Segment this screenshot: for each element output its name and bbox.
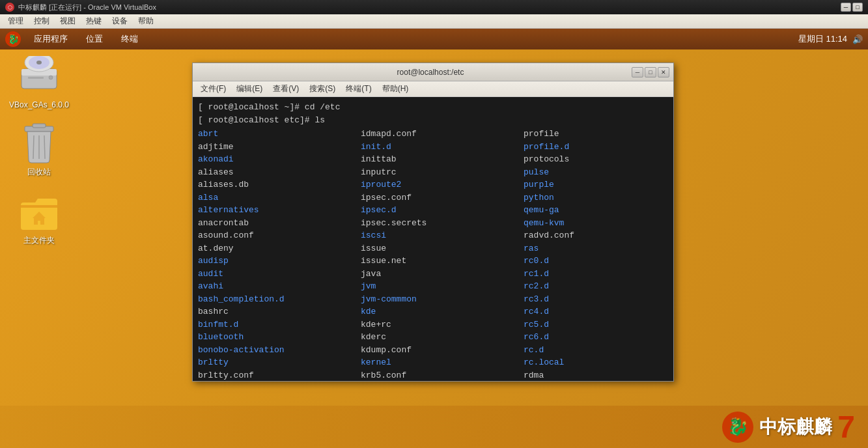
ls-item: qemu-ga (524, 204, 673, 217)
trash-icon-img (18, 122, 60, 164)
dragon-logo-icon: 🐉 (5, 31, 21, 47)
terminal-minimize-button[interactable]: ─ (632, 67, 643, 77)
svg-point-4 (36, 61, 42, 64)
desktop-icon-home[interactable]: 主文件夹 (13, 191, 65, 246)
svg-line-9 (33, 135, 34, 159)
ls-item: binfmt.d (198, 318, 361, 331)
os-window-controls[interactable]: ─ □ (841, 3, 863, 12)
taskbar-time: 星期日 11:14 (798, 33, 847, 45)
terminal-close-button[interactable]: ✕ (658, 67, 669, 77)
os-menubar: 管理 控制 视图 热键 设备 帮助 (0, 14, 868, 29)
ls-item: aliases.db (198, 178, 361, 191)
ls-item: kderc (361, 331, 524, 344)
location-menu-label: 位置 (86, 33, 103, 45)
os-menu-item-devices[interactable]: 设备 (107, 14, 133, 28)
terminal-menu-help[interactable]: 帮助(H) (377, 81, 414, 96)
taskbar-right: 星期日 11:14 🔊 (798, 33, 863, 45)
bottom-bar: 🐉 中标麒麟 7 (0, 406, 868, 448)
terminal-line-1: [ root@localhost ~]# cd /etc (198, 101, 668, 114)
ls-item: aliases (198, 166, 361, 179)
os-title-text: 中标麒麟 [正在运行] - Oracle VM VirtualBox (18, 3, 156, 12)
ls-item: jvm (361, 280, 524, 293)
desktop-icon-trash[interactable]: 回收站 (13, 122, 65, 178)
ls-item: alternatives (198, 204, 361, 217)
ls-item: iproute2 (361, 178, 524, 191)
desktop-icon-vbox[interactable]: VBox_GAs_6.0.0 (13, 56, 65, 109)
ls-item: bash_completion.d (198, 293, 361, 306)
terminal-maximize-button[interactable]: □ (645, 67, 656, 77)
vbox-icon-label: VBox_GAs_6.0.0 (9, 100, 69, 109)
svg-text:🐉: 🐉 (727, 416, 749, 437)
trash-bin-icon (21, 122, 57, 164)
desktop: VBox_GAs_6.0.0 回收站 (0, 49, 868, 448)
ls-item: krb5.conf (361, 369, 524, 382)
terminal-menu-search[interactable]: 搜索(S) (304, 81, 341, 96)
terminal-menu-terminal[interactable]: 终端(T) (341, 81, 376, 96)
terminal-title: root@localhost:/etc (229, 68, 632, 77)
ls-item: ipsec.secrets (361, 217, 524, 230)
terminal-menu-view[interactable]: 查看(V) (268, 81, 304, 96)
ls-item: audit (198, 268, 361, 281)
desktop-taskbar: 🐉 应用程序 位置 终端 星期日 11:14 🔊 (0, 29, 868, 49)
ls-item: python (524, 191, 673, 204)
ls-item: purple (524, 178, 673, 191)
os-maximize-button[interactable]: □ (852, 3, 863, 12)
ls-item: pulse (524, 166, 673, 179)
trash-icon-label: 回收站 (27, 167, 51, 178)
ls-item: abrt (198, 128, 361, 141)
svg-rect-14 (38, 221, 40, 225)
ls-item: init.d (361, 141, 524, 154)
ls-item: idmapd.conf (361, 128, 524, 141)
ls-item: rc4.d (524, 305, 673, 318)
ls-item: inittab (361, 153, 524, 166)
ls-item: profile.d (524, 141, 673, 154)
ls-item: rc3.d (524, 293, 673, 306)
ls-item: issue (361, 242, 524, 255)
ls-item: ras (524, 242, 673, 255)
ls-col-3: profileprofile.dprotocolspulsepurplepyth… (524, 128, 673, 381)
ls-item: issue.net (361, 255, 524, 268)
terminal-menu-button[interactable]: 终端 (116, 32, 143, 46)
ls-item: java (361, 268, 524, 281)
os-title-bar: ⬡ 中标麒麟 [正在运行] - Oracle VM VirtualBox ─ □ (0, 0, 868, 14)
ls-item: inputrc (361, 166, 524, 179)
watermark-dragon-icon: 🐉 (721, 411, 754, 443)
ls-item: qemu-kvm (524, 217, 673, 230)
ls-item: brltty (198, 356, 361, 369)
ls-item: ipsec.conf (361, 191, 524, 204)
terminal-menu-edit[interactable]: 编辑(E) (231, 81, 268, 96)
ls-item: kdump.conf (361, 344, 524, 357)
ls-item: kde+rc (361, 318, 524, 331)
os-menu-item-control[interactable]: 控制 (29, 14, 55, 28)
app-menu-button[interactable]: 应用程序 (29, 32, 73, 46)
ls-item: protocols (524, 153, 673, 166)
watermark-number: 7 (837, 412, 855, 443)
os-menu-item-view[interactable]: 视图 (55, 14, 81, 28)
location-menu-button[interactable]: 位置 (81, 32, 108, 46)
ls-item: rc0.d (524, 255, 673, 268)
ls-item: bluetooth (198, 331, 361, 344)
os-minimize-button[interactable]: ─ (841, 3, 851, 12)
ls-item: anacrontab (198, 217, 361, 230)
ls-item: rc6.d (524, 331, 673, 344)
ls-item: bonobo-activation (198, 344, 361, 357)
vbox-icon-img (18, 56, 60, 98)
ls-item: ipsec.d (361, 204, 524, 217)
ls-item: audisp (198, 255, 361, 268)
terminal-content[interactable]: [ root@localhost ~]# cd /etc [ root@loca… (193, 97, 673, 381)
terminal-controls[interactable]: ─ □ ✕ (632, 67, 669, 77)
watermark: 🐉 中标麒麟 7 (721, 411, 855, 443)
volume-icon[interactable]: 🔊 (852, 35, 863, 44)
os-menu-item-help[interactable]: 帮助 (133, 14, 159, 28)
ls-item: avahi (198, 280, 361, 293)
terminal-menu-file[interactable]: 文件(F) (195, 81, 231, 96)
ls-item: akonadi (198, 153, 361, 166)
os-logo-icon: ⬡ (5, 3, 14, 12)
os-menu-item-manage[interactable]: 管理 (3, 14, 29, 28)
ls-item: jvm-commmon (361, 293, 524, 306)
ls-item: rc1.d (524, 268, 673, 281)
home-folder-label: 主文件夹 (23, 235, 55, 246)
svg-rect-8 (33, 124, 46, 128)
terminal-window: root@localhost:/etc ─ □ ✕ 文件(F) 编辑(E) 查看… (192, 63, 674, 382)
os-menu-item-hotkey[interactable]: 热键 (81, 14, 107, 28)
